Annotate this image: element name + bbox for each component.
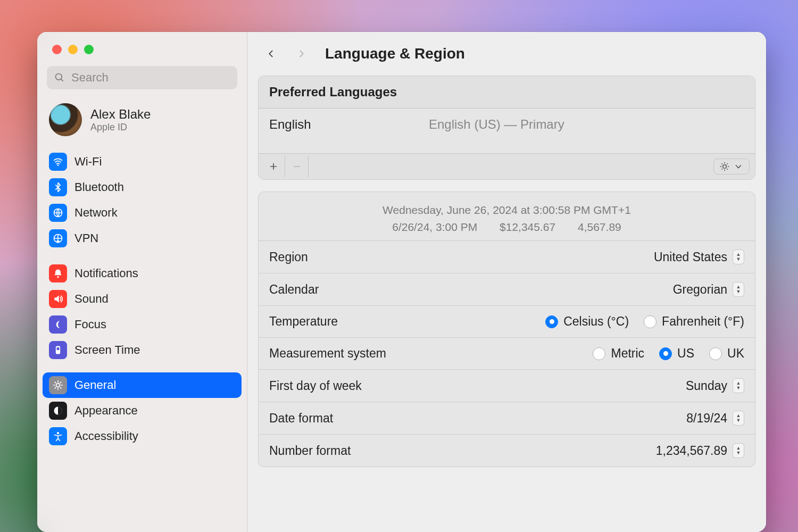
updown-icon: ▲▼ xyxy=(733,411,744,426)
sidebar-item-label: Focus xyxy=(74,318,106,331)
sidebar-item-label: Appearance xyxy=(74,404,138,418)
main-pane: Language & Region Preferred Languages En… xyxy=(247,32,766,532)
radio-dot-icon xyxy=(709,347,722,360)
sample-line-1: Wednesday, June 26, 2024 at 3:00:58 PM G… xyxy=(269,202,744,219)
sidebar-nav: Wi-Fi Bluetooth Network VPN N xyxy=(37,146,247,459)
sidebar-item-label: Accessibility xyxy=(74,429,138,443)
sidebar-item-vpn[interactable]: VPN xyxy=(43,226,242,251)
svg-point-12 xyxy=(723,165,727,169)
calendar-select[interactable]: Gregorian ▲▼ xyxy=(673,282,744,297)
first-day-select[interactable]: Sunday ▲▼ xyxy=(686,378,744,393)
screen-time-icon xyxy=(49,341,67,359)
preferred-languages-card: Preferred Languages English English (US)… xyxy=(258,76,755,180)
number-format-label: Number format xyxy=(269,444,351,458)
calendar-row: Calendar Gregorian ▲▼ xyxy=(259,273,755,306)
sidebar-item-notifications[interactable]: Notifications xyxy=(43,261,242,286)
sidebar-item-general[interactable]: General xyxy=(43,372,242,398)
page-title: Language & Region xyxy=(325,45,465,62)
sidebar-item-focus[interactable]: Focus xyxy=(43,312,242,337)
region-select[interactable]: United States ▲▼ xyxy=(654,250,744,264)
back-button[interactable] xyxy=(262,45,280,63)
remove-language-button xyxy=(285,156,309,177)
measurement-label: Measurement system xyxy=(269,346,386,361)
temperature-label: Temperature xyxy=(269,314,338,329)
measurement-uk-radio[interactable]: UK xyxy=(709,346,744,361)
svg-point-0 xyxy=(56,74,62,80)
measurement-us-radio[interactable]: US xyxy=(659,346,694,361)
region-label: Region xyxy=(269,250,308,264)
sidebar-item-screen-time[interactable]: Screen Time xyxy=(43,337,242,363)
account-sub: Apple ID xyxy=(90,122,151,133)
languages-footer xyxy=(259,153,755,179)
close-button[interactable] xyxy=(52,45,62,54)
sidebar-item-wifi[interactable]: Wi-Fi xyxy=(43,149,242,174)
language-detail: English (US) — Primary xyxy=(429,117,564,132)
content: Preferred Languages English English (US)… xyxy=(247,76,766,489)
svg-line-1 xyxy=(61,79,63,81)
first-day-row: First day of week Sunday ▲▼ xyxy=(259,370,755,402)
updown-icon: ▲▼ xyxy=(733,282,744,297)
sidebar-item-label: Wi-Fi xyxy=(74,155,102,169)
temperature-celsius-radio[interactable]: Celsius (°C) xyxy=(545,314,629,329)
updown-icon: ▲▼ xyxy=(733,443,744,458)
measurement-metric-radio[interactable]: Metric xyxy=(593,346,644,361)
general-icon xyxy=(49,376,67,394)
svg-point-6 xyxy=(57,276,59,278)
svg-point-11 xyxy=(57,432,59,434)
svg-rect-5 xyxy=(57,240,60,243)
sidebar-item-label: Screen Time xyxy=(74,343,140,357)
svg-point-2 xyxy=(57,164,59,166)
search-icon xyxy=(54,72,65,83)
svg-rect-8 xyxy=(57,347,60,350)
appearance-icon xyxy=(49,402,67,420)
window-controls xyxy=(37,45,247,66)
sample-line-2: 6/26/24, 3:00 PM $12,345.67 4,567.89 xyxy=(269,219,744,236)
updown-icon: ▲▼ xyxy=(733,250,744,264)
titlebar: Language & Region xyxy=(247,32,766,76)
notifications-icon xyxy=(49,264,67,282)
sidebar-item-label: General xyxy=(74,378,116,392)
language-options-menu[interactable] xyxy=(713,159,750,174)
apple-id-row[interactable]: Alex Blake Apple ID xyxy=(37,97,247,146)
sidebar-item-network[interactable]: Network xyxy=(43,200,242,226)
updown-icon: ▲▼ xyxy=(733,378,744,393)
sidebar-item-bluetooth[interactable]: Bluetooth xyxy=(43,174,242,200)
preferred-languages-heading: Preferred Languages xyxy=(259,76,755,109)
search-input[interactable] xyxy=(47,66,237,89)
radio-dot-icon xyxy=(593,347,605,360)
number-format-select[interactable]: 1,234,567.89 ▲▼ xyxy=(656,443,744,458)
temperature-row: Temperature Celsius (°C) Fahrenheit (°F) xyxy=(259,306,755,338)
region-settings-card: Wednesday, June 26, 2024 at 3:00:58 PM G… xyxy=(258,192,755,467)
gear-icon xyxy=(719,161,730,172)
avatar xyxy=(49,103,82,136)
sidebar-item-label: Sound xyxy=(74,292,109,306)
account-name: Alex Blake xyxy=(90,107,151,122)
add-language-button[interactable] xyxy=(262,156,285,177)
language-row[interactable]: English English (US) — Primary xyxy=(259,109,755,153)
search-field-wrap xyxy=(47,66,237,89)
number-format-row: Number format 1,234,567.89 ▲▼ xyxy=(259,435,755,467)
svg-point-9 xyxy=(56,384,60,387)
language-name: English xyxy=(269,117,429,132)
sidebar-item-accessibility[interactable]: Accessibility xyxy=(43,423,242,449)
system-settings-window: Alex Blake Apple ID Wi-Fi Bluetooth Netw… xyxy=(37,32,766,532)
temperature-fahrenheit-radio[interactable]: Fahrenheit (°F) xyxy=(644,314,744,329)
sidebar-item-label: Network xyxy=(74,206,118,220)
vpn-icon xyxy=(49,229,67,247)
region-row: Region United States ▲▼ xyxy=(259,241,755,273)
focus-icon xyxy=(49,315,67,334)
radio-dot-icon xyxy=(659,347,672,360)
sound-icon xyxy=(49,290,67,308)
first-day-label: First day of week xyxy=(269,379,362,393)
date-format-select[interactable]: 8/19/24 ▲▼ xyxy=(686,411,744,426)
maximize-button[interactable] xyxy=(84,45,94,54)
wifi-icon xyxy=(49,153,67,171)
sidebar-item-label: Bluetooth xyxy=(74,180,124,194)
date-format-row: Date format 8/19/24 ▲▼ xyxy=(259,402,755,435)
sidebar-item-sound[interactable]: Sound xyxy=(43,286,242,312)
bluetooth-icon xyxy=(49,178,67,196)
network-icon xyxy=(49,204,67,222)
minimize-button[interactable] xyxy=(68,45,78,54)
sidebar-item-appearance[interactable]: Appearance xyxy=(43,398,242,423)
chevron-down-icon xyxy=(733,161,744,172)
